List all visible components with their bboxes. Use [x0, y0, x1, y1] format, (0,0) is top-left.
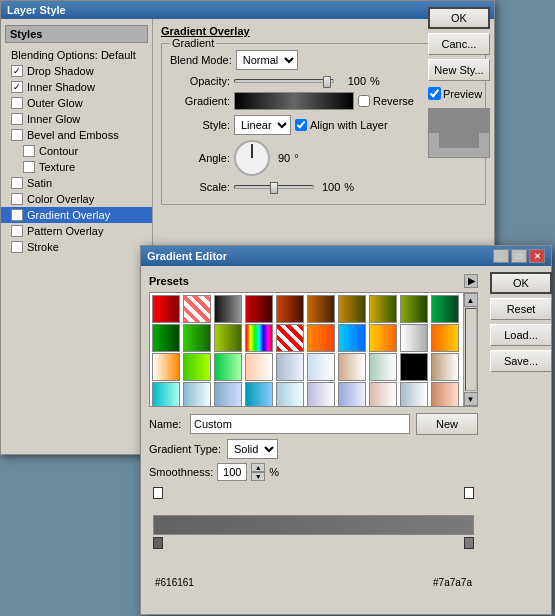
preset-swatch-13[interactable]	[245, 324, 273, 352]
sidebar-item-stroke[interactable]: Stroke	[1, 239, 152, 255]
preset-swatch-3[interactable]	[245, 295, 273, 323]
opacity-slider-thumb[interactable]	[323, 76, 331, 88]
align-label[interactable]: Align with Layer	[295, 119, 388, 131]
style-select[interactable]: Linear	[234, 115, 291, 135]
checkbox-contour[interactable]	[23, 145, 35, 157]
checkbox-gradient-overlay[interactable]: ✓	[11, 209, 23, 221]
scroll-track[interactable]	[465, 308, 477, 391]
preset-swatch-0[interactable]	[152, 295, 180, 323]
preset-swatch-31[interactable]	[183, 382, 211, 406]
preset-swatch-18[interactable]	[400, 324, 428, 352]
preset-swatch-20[interactable]	[152, 353, 180, 381]
opacity-slider-track[interactable]	[234, 79, 334, 83]
sidebar-item-blending-options[interactable]: Blending Options: Default	[1, 47, 152, 63]
sidebar-item-gradient-overlay[interactable]: ✓Gradient Overlay	[1, 207, 152, 223]
checkbox-texture[interactable]	[23, 161, 35, 173]
scale-slider-track[interactable]	[234, 185, 314, 189]
preset-swatch-26[interactable]	[338, 353, 366, 381]
ge-new-button[interactable]: New	[416, 413, 478, 435]
opacity-stop-left[interactable]	[153, 487, 163, 499]
checkbox-color-overlay[interactable]	[11, 193, 23, 205]
sidebar-item-pattern-overlay[interactable]: Pattern Overlay	[1, 223, 152, 239]
gradient-type-select[interactable]: Solid	[227, 439, 278, 459]
preset-swatch-27[interactable]	[369, 353, 397, 381]
cancel-button[interactable]: Canc...	[428, 33, 490, 55]
preset-swatch-39[interactable]	[431, 382, 459, 406]
checkbox-pattern-overlay[interactable]	[11, 225, 23, 237]
gradient-bar[interactable]	[153, 515, 474, 535]
sidebar-item-inner-shadow[interactable]: ✓Inner Shadow	[1, 79, 152, 95]
preset-swatch-17[interactable]	[369, 324, 397, 352]
preview-checkbox[interactable]	[428, 87, 441, 100]
preset-swatch-10[interactable]	[152, 324, 180, 352]
align-checkbox[interactable]	[295, 119, 307, 131]
preset-swatch-12[interactable]	[214, 324, 242, 352]
preset-swatch-21[interactable]	[183, 353, 211, 381]
ge-load-button[interactable]: Load...	[490, 324, 552, 346]
sidebar-item-drop-shadow[interactable]: ✓Drop Shadow	[1, 63, 152, 79]
checkbox-outer-glow[interactable]	[11, 97, 23, 109]
preset-swatch-2[interactable]	[214, 295, 242, 323]
ge-ok-button[interactable]: OK	[490, 272, 552, 294]
preset-swatch-8[interactable]	[400, 295, 428, 323]
preset-swatch-36[interactable]	[338, 382, 366, 406]
checkbox-inner-shadow[interactable]: ✓	[11, 81, 23, 93]
color-stop-right[interactable]	[464, 537, 474, 549]
preset-swatch-22[interactable]	[214, 353, 242, 381]
sidebar-item-satin[interactable]: Satin	[1, 175, 152, 191]
scale-slider-thumb[interactable]	[270, 182, 278, 194]
sidebar-item-texture[interactable]: Texture	[1, 159, 152, 175]
preset-swatch-37[interactable]	[369, 382, 397, 406]
sidebar-item-contour[interactable]: Contour	[1, 143, 152, 159]
checkbox-drop-shadow[interactable]: ✓	[11, 65, 23, 77]
preset-swatch-33[interactable]	[245, 382, 273, 406]
preset-swatch-35[interactable]	[307, 382, 335, 406]
maximize-button[interactable]: □	[511, 249, 527, 263]
scroll-up-button[interactable]: ▲	[464, 293, 478, 307]
sidebar-item-outer-glow[interactable]: Outer Glow	[1, 95, 152, 111]
new-style-button[interactable]: New Sty...	[428, 59, 490, 81]
preset-swatch-19[interactable]	[431, 324, 459, 352]
smoothness-input[interactable]	[217, 463, 247, 481]
smoothness-up-button[interactable]: ▲	[251, 463, 265, 472]
smoothness-down-button[interactable]: ▼	[251, 472, 265, 481]
blend-mode-select[interactable]: Normal	[236, 50, 298, 70]
checkbox-satin[interactable]	[11, 177, 23, 189]
reverse-label[interactable]: Reverse	[358, 95, 414, 107]
preset-swatch-32[interactable]	[214, 382, 242, 406]
preset-swatch-38[interactable]	[400, 382, 428, 406]
ge-save-button[interactable]: Save...	[490, 350, 552, 372]
minimize-button[interactable]: _	[493, 249, 509, 263]
preset-swatch-28[interactable]	[400, 353, 428, 381]
preset-swatch-16[interactable]	[338, 324, 366, 352]
preset-swatch-34[interactable]	[276, 382, 304, 406]
preset-swatch-15[interactable]	[307, 324, 335, 352]
preset-swatch-7[interactable]	[369, 295, 397, 323]
preset-swatch-30[interactable]	[152, 382, 180, 406]
preset-swatch-29[interactable]	[431, 353, 459, 381]
preset-swatch-6[interactable]	[338, 295, 366, 323]
preset-swatch-25[interactable]	[307, 353, 335, 381]
preset-swatch-23[interactable]	[245, 353, 273, 381]
close-button[interactable]: ✕	[529, 249, 545, 263]
preset-swatch-9[interactable]	[431, 295, 459, 323]
checkbox-stroke[interactable]	[11, 241, 23, 253]
angle-widget[interactable]	[234, 140, 270, 176]
preset-swatch-24[interactable]	[276, 353, 304, 381]
gradient-preview[interactable]	[234, 92, 354, 110]
sidebar-item-bevel-emboss[interactable]: Bevel and Emboss	[1, 127, 152, 143]
preset-swatch-1[interactable]	[183, 295, 211, 323]
preset-swatch-5[interactable]	[307, 295, 335, 323]
presets-options-button[interactable]: ▶	[464, 274, 478, 288]
reverse-checkbox[interactable]	[358, 95, 370, 107]
ok-button[interactable]: OK	[428, 7, 490, 29]
scroll-down-button[interactable]: ▼	[464, 392, 478, 406]
preset-swatch-14[interactable]	[276, 324, 304, 352]
opacity-stop-right[interactable]	[464, 487, 474, 499]
name-input[interactable]	[190, 414, 410, 434]
checkbox-bevel-emboss[interactable]	[11, 129, 23, 141]
preset-swatch-4[interactable]	[276, 295, 304, 323]
preset-swatch-11[interactable]	[183, 324, 211, 352]
sidebar-item-color-overlay[interactable]: Color Overlay	[1, 191, 152, 207]
color-stop-left[interactable]	[153, 537, 163, 549]
